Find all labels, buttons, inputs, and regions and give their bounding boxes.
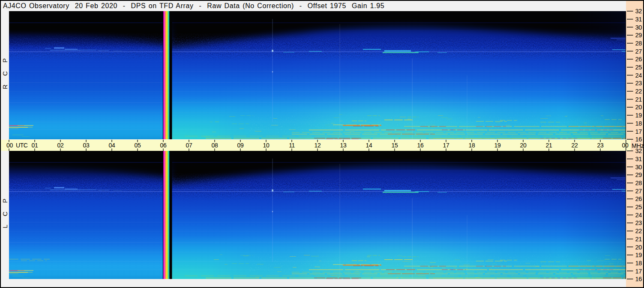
- svg-text:18: 18: [635, 120, 642, 127]
- svg-text:27: 27: [635, 48, 642, 55]
- svg-text:28: 28: [635, 180, 642, 186]
- svg-text:01: 01: [32, 142, 38, 149]
- svg-text:22: 22: [572, 142, 578, 149]
- svg-text:31: 31: [635, 156, 642, 162]
- svg-text:09: 09: [237, 142, 244, 149]
- svg-text:30: 30: [635, 24, 642, 31]
- svg-text:24: 24: [635, 72, 642, 79]
- svg-text:05: 05: [135, 142, 141, 149]
- svg-text:23: 23: [597, 142, 604, 149]
- svg-text:07: 07: [186, 142, 192, 149]
- svg-text:21: 21: [635, 236, 642, 243]
- svg-text:16: 16: [635, 136, 642, 143]
- svg-text:12: 12: [315, 142, 321, 149]
- svg-text:11: 11: [289, 142, 295, 149]
- svg-text:27: 27: [635, 188, 642, 195]
- svg-text:00: 00: [6, 142, 13, 149]
- svg-text:23: 23: [635, 80, 642, 87]
- svg-text:20: 20: [520, 142, 527, 149]
- svg-text:32: 32: [635, 8, 642, 15]
- svg-text:18: 18: [635, 260, 642, 267]
- svg-text:16: 16: [635, 276, 642, 282]
- svg-text:16: 16: [417, 142, 424, 149]
- svg-text:08: 08: [212, 142, 218, 149]
- svg-text:26: 26: [635, 195, 642, 202]
- svg-text:30: 30: [635, 164, 642, 171]
- svg-text:31: 31: [635, 16, 642, 23]
- svg-text:17: 17: [635, 128, 642, 135]
- svg-text:MHz: MHz: [632, 142, 643, 149]
- svg-text:21: 21: [635, 96, 642, 103]
- svg-text:22: 22: [635, 88, 642, 95]
- svg-text:17: 17: [635, 268, 642, 275]
- svg-text:25: 25: [635, 64, 642, 71]
- svg-text:29: 29: [635, 171, 642, 178]
- svg-text:19: 19: [494, 142, 501, 149]
- svg-text:02: 02: [57, 142, 64, 149]
- svg-text:17: 17: [443, 142, 449, 149]
- svg-text:06: 06: [160, 142, 167, 149]
- svg-text:15: 15: [392, 142, 398, 149]
- svg-text:21: 21: [546, 142, 552, 149]
- svg-text:24: 24: [635, 212, 642, 219]
- svg-text:18: 18: [469, 142, 475, 149]
- svg-text:20: 20: [635, 104, 642, 111]
- svg-text:13: 13: [340, 142, 347, 149]
- svg-text:14: 14: [366, 142, 372, 149]
- svg-text:19: 19: [635, 252, 642, 258]
- svg-text:04: 04: [109, 142, 115, 149]
- svg-text:28: 28: [635, 40, 642, 47]
- svg-text:UTC: UTC: [16, 142, 28, 149]
- svg-text:26: 26: [635, 56, 642, 63]
- svg-text:23: 23: [635, 219, 642, 226]
- svg-text:19: 19: [635, 112, 642, 119]
- svg-text:20: 20: [635, 244, 642, 251]
- svg-text:25: 25: [635, 204, 642, 210]
- svg-text:03: 03: [83, 142, 90, 149]
- svg-text:29: 29: [635, 32, 642, 39]
- svg-text:22: 22: [635, 228, 642, 234]
- svg-text:10: 10: [263, 142, 270, 149]
